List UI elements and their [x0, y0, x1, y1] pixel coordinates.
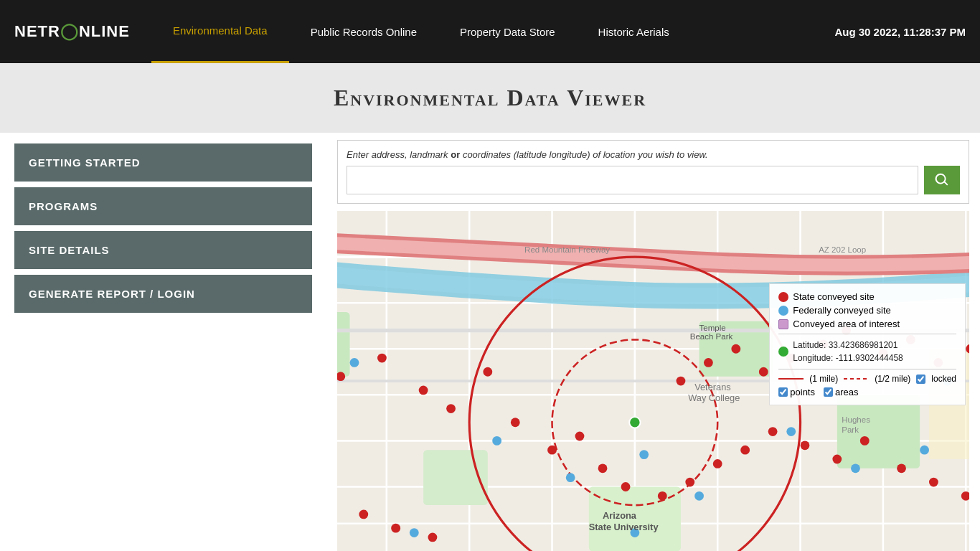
globe-icon: ◯: [60, 22, 79, 40]
one-mile-line: (1 mile) (1/2 mile) locked: [778, 374, 956, 384]
locked-label: locked: [931, 374, 956, 384]
getting-started-button[interactable]: GETTING STARTED: [14, 143, 312, 182]
half-mile-line-graphic: [844, 378, 869, 380]
svg-point-73: [492, 436, 501, 446]
sidebar: GETTING STARTED PROGRAMS SITE DETAILS GE…: [0, 133, 326, 551]
page-title-bar: Environmental Data Viewer: [0, 63, 980, 133]
svg-point-45: [801, 441, 810, 450]
svg-point-46: [832, 455, 842, 464]
legend-divider-2: [778, 369, 956, 369]
svg-point-78: [851, 463, 860, 473]
logo: NETR◯NLINE: [14, 22, 130, 41]
svg-point-76: [694, 491, 704, 501]
svg-point-47: [860, 436, 870, 446]
coords-text: Latitude: 33.423686981201 Longitude: -11…: [793, 339, 903, 364]
header: NETR◯NLINE Environmental Data Public Rec…: [0, 0, 980, 63]
svg-point-79: [920, 446, 929, 455]
legend-divider: [778, 334, 956, 334]
svg-point-39: [621, 482, 631, 491]
areas-label: areas: [835, 387, 859, 397]
svg-point-44: [768, 427, 778, 436]
svg-text:Way College: Way College: [688, 392, 740, 403]
svg-point-48: [897, 463, 906, 473]
programs-button[interactable]: PROGRAMS: [14, 187, 312, 225]
points-checkbox[interactable]: [778, 387, 788, 397]
areas-checkbox-item: areas: [824, 387, 859, 397]
svg-text:Beach Park: Beach Park: [690, 332, 733, 341]
nav-environmental-data[interactable]: Environmental Data: [151, 0, 289, 63]
svg-text:Temple: Temple: [699, 324, 726, 332]
search-area: Enter address, landmark or coordinates (…: [337, 140, 969, 204]
svg-point-54: [359, 510, 368, 519]
svg-point-42: [713, 459, 722, 468]
federally-conveyed-dot: [778, 306, 788, 316]
page-title: Environmental Data Viewer: [0, 85, 980, 111]
lat-label: Latitude:: [793, 340, 826, 350]
svg-text:Red Mountain Freeway: Red Mountain Freeway: [524, 245, 610, 254]
svg-point-72: [350, 358, 359, 367]
svg-point-38: [598, 463, 608, 473]
svg-point-57: [677, 377, 686, 386]
svg-text:AZ 202 Loop: AZ 202 Loop: [819, 245, 866, 254]
one-mile-line-graphic: [778, 378, 804, 380]
site-details-button[interactable]: SITE DETAILS: [14, 231, 312, 269]
svg-point-31: [377, 354, 387, 363]
svg-point-74: [566, 473, 575, 482]
search-input[interactable]: [347, 166, 918, 194]
svg-point-36: [547, 446, 557, 455]
nav-historic-aerials[interactable]: Historic Aerials: [577, 0, 691, 63]
nav-public-records[interactable]: Public Records Online: [289, 0, 438, 63]
svg-point-34: [483, 367, 492, 377]
legend-state-conveyed: State conveyed site: [778, 291, 956, 302]
svg-point-75: [639, 450, 649, 459]
svg-point-55: [391, 524, 400, 533]
lon-value: -111.9302444458: [836, 353, 903, 363]
areas-checkbox[interactable]: [824, 387, 833, 397]
federally-conveyed-label: Federally conveyed site: [793, 305, 891, 316]
coords-dot: [778, 347, 788, 357]
svg-rect-17: [337, 312, 350, 377]
svg-point-56: [428, 533, 438, 542]
checkbox-row: points areas: [778, 387, 956, 397]
svg-point-82: [410, 528, 419, 537]
svg-point-35: [511, 418, 520, 427]
points-label: points: [790, 387, 815, 397]
svg-text:Veterans: Veterans: [694, 382, 731, 392]
svg-point-32: [419, 386, 428, 395]
svg-point-33: [446, 404, 456, 413]
svg-point-59: [731, 344, 740, 354]
svg-point-60: [759, 367, 768, 377]
points-checkbox-item: points: [778, 387, 815, 397]
svg-point-77: [786, 427, 796, 436]
svg-text:State University: State University: [589, 522, 659, 532]
state-conveyed-label: State conveyed site: [793, 291, 874, 302]
legend: State conveyed site Federally conveyed s…: [769, 283, 966, 405]
area-of-interest-dot: [778, 319, 788, 329]
svg-point-49: [929, 478, 938, 487]
half-mile-label: (1/2 mile): [875, 374, 910, 384]
legend-coords: Latitude: 33.423686981201 Longitude: -11…: [778, 339, 956, 364]
one-mile-label: (1 mile): [809, 374, 838, 384]
svg-text:●: ●: [633, 417, 638, 425]
nav: Environmental Data Public Records Online…: [151, 0, 835, 63]
nav-property-data[interactable]: Property Data Store: [438, 0, 577, 63]
lat-value: 33.423686981201: [829, 340, 898, 350]
svg-point-43: [740, 446, 750, 455]
svg-text:Hughes: Hughes: [842, 415, 870, 424]
svg-point-41: [685, 478, 694, 487]
svg-text:Arizona: Arizona: [603, 510, 637, 521]
search-icon: [934, 172, 950, 188]
legend-area-of-interest: Conveyed area of interest: [778, 319, 956, 329]
svg-point-37: [575, 432, 585, 441]
state-conveyed-dot: [778, 292, 788, 302]
legend-federally-conveyed: Federally conveyed site: [778, 305, 956, 316]
svg-point-40: [658, 491, 667, 501]
svg-text:Park: Park: [842, 425, 859, 434]
search-button[interactable]: [924, 166, 960, 194]
svg-point-58: [704, 358, 713, 367]
generate-report-button[interactable]: GENERATE REPORT / LOGIN: [14, 275, 312, 313]
area-of-interest-label: Conveyed area of interest: [793, 319, 900, 329]
locked-checkbox[interactable]: [916, 375, 925, 384]
lon-label: Longitude:: [793, 353, 833, 363]
search-hint: Enter address, landmark or coordinates (…: [347, 149, 960, 160]
